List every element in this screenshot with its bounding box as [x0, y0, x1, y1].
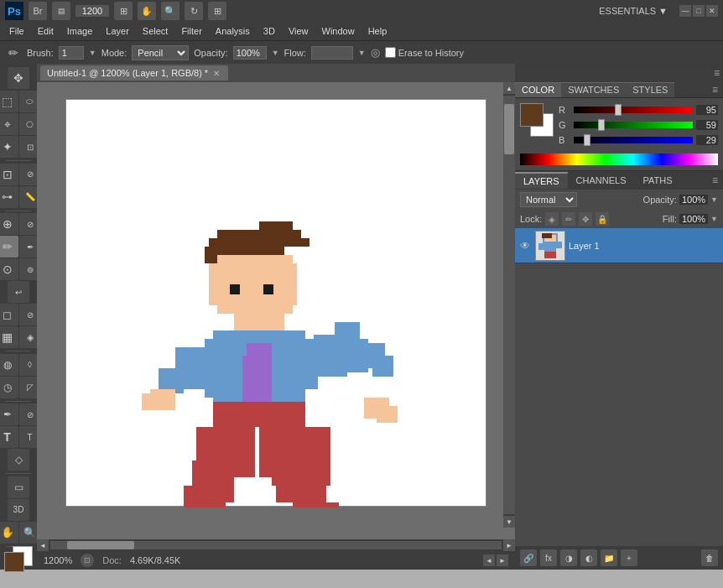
move-tool[interactable]: ✥ — [8, 67, 29, 89]
essentials-button[interactable]: ESSENTIALS ▼ — [592, 4, 674, 18]
menu-window[interactable]: Window — [316, 24, 361, 38]
minimize-button[interactable]: — — [679, 5, 691, 17]
menu-image[interactable]: Image — [61, 24, 99, 38]
grid-icon[interactable]: ⊞ — [208, 2, 226, 20]
opacity-input[interactable] — [233, 46, 267, 60]
arrange-icon[interactable]: ⊞ — [114, 2, 133, 20]
clone-stamp-tool[interactable]: ⊙ — [0, 258, 18, 280]
menu-3d[interactable]: 3D — [257, 24, 281, 38]
menu-help[interactable]: Help — [362, 24, 393, 38]
vertical-scrollbar[interactable]: ▲ ▼ — [503, 82, 515, 528]
tab-swatches[interactable]: SWATCHES — [561, 82, 626, 97]
canvas-scroll[interactable]: ▲ ▼ — [37, 82, 515, 539]
tab-channels[interactable]: CHANNELS — [568, 173, 635, 188]
tab-styles[interactable]: STYLES — [626, 82, 674, 97]
layer-row-1[interactable]: 👁 Layer 1 — [515, 228, 723, 263]
menu-filter[interactable]: Filter — [175, 24, 207, 38]
layers-panel-menu[interactable]: ≡ — [707, 173, 723, 188]
status-scroll-right[interactable]: ► — [497, 554, 508, 566]
tab-color[interactable]: COLOR — [515, 82, 561, 97]
mode-select[interactable]: Pencil Normal Dissolve — [132, 45, 189, 60]
lock-position-icon[interactable]: ✥ — [579, 212, 592, 226]
scroll-thumb-horizontal[interactable] — [67, 541, 134, 549]
new-layer-button[interactable]: + — [621, 549, 637, 566]
canvas-container[interactable] — [65, 99, 486, 507]
erase-history-checkbox[interactable] — [385, 47, 396, 58]
opacity-value[interactable]: 100% — [679, 195, 708, 205]
lock-image-icon[interactable]: ✏ — [562, 212, 575, 226]
opacity-arrow[interactable]: ▼ — [710, 195, 718, 204]
flow-arrow[interactable]: ▼ — [358, 49, 366, 57]
status-scroll-left[interactable]: ◄ — [483, 554, 495, 566]
flow-input[interactable] — [311, 46, 353, 60]
delete-layer-button[interactable]: 🗑 — [701, 549, 718, 566]
hand-tool[interactable]: ✋ — [0, 522, 18, 544]
marquee-tool[interactable]: ⬚ — [0, 91, 18, 112]
zoom-indicator[interactable]: ⊡ — [81, 554, 94, 567]
scroll-down-arrow[interactable]: ▼ — [503, 516, 515, 528]
foreground-color-swatch[interactable] — [520, 103, 544, 127]
scroll-track-vertical[interactable] — [503, 96, 515, 514]
color-panel-menu[interactable]: ≡ — [707, 82, 723, 97]
menu-layer[interactable]: Layer — [100, 24, 135, 38]
document-close-button[interactable]: ✕ — [213, 69, 220, 78]
menu-file[interactable]: File — [3, 24, 30, 38]
blend-mode-select[interactable]: Normal Dissolve Multiply Screen — [520, 192, 577, 207]
magic-wand-tool[interactable]: ✦ — [0, 136, 18, 158]
red-slider-thumb[interactable] — [615, 104, 622, 116]
brush-size-input[interactable] — [59, 46, 84, 60]
foreground-color[interactable] — [4, 552, 24, 572]
tab-layers[interactable]: LAYERS — [515, 172, 568, 189]
scroll-left-arrow[interactable]: ◄ — [37, 539, 49, 551]
scroll-up-arrow[interactable]: ▲ — [503, 82, 515, 94]
menu-view[interactable]: View — [283, 24, 315, 38]
color-spectrum-bar[interactable] — [520, 154, 718, 165]
green-slider-thumb[interactable] — [598, 119, 605, 131]
mini-bridge-icon[interactable]: ▤ — [52, 2, 70, 20]
tab-paths[interactable]: PATHS — [635, 173, 681, 188]
opacity-arrow[interactable]: ▼ — [272, 49, 279, 57]
green-slider-track[interactable] — [574, 122, 693, 128]
airbrush-icon[interactable]: ◎ — [371, 46, 380, 59]
crop-tool[interactable]: ⊡ — [0, 164, 18, 185]
scroll-thumb-vertical[interactable] — [504, 104, 514, 154]
link-layers-button[interactable]: 🔗 — [520, 549, 537, 566]
color-boxes[interactable] — [4, 552, 33, 566]
add-mask-button[interactable]: ◑ — [560, 549, 577, 566]
shape-tool[interactable]: ▭ — [8, 476, 29, 498]
menu-select[interactable]: Select — [137, 24, 174, 38]
type-tool[interactable]: T — [0, 426, 18, 448]
healing-tool[interactable]: ⊕ — [0, 213, 18, 235]
eyedropper-tool[interactable]: ⊶ — [0, 186, 18, 208]
rotate-icon[interactable]: ↻ — [185, 2, 203, 20]
3d-tool[interactable]: 3D — [8, 499, 29, 521]
new-group-button[interactable]: 📁 — [601, 549, 617, 566]
eraser-tool[interactable]: ◻ — [0, 304, 18, 325]
adjustment-layer-button[interactable]: ◐ — [580, 549, 597, 566]
blue-slider-thumb[interactable] — [584, 134, 590, 146]
zoom-display[interactable]: 1200 — [75, 5, 109, 17]
scroll-track-horizontal[interactable] — [50, 541, 502, 549]
history-brush-tool[interactable]: ↩ — [8, 281, 29, 303]
fill-value[interactable]: 100% — [679, 214, 708, 224]
maximize-button[interactable]: □ — [693, 5, 705, 17]
red-slider-track[interactable] — [574, 107, 693, 113]
layer-fx-button[interactable]: fx — [540, 549, 557, 566]
brush-tool[interactable]: ✏ — [0, 236, 18, 258]
lock-transparent-icon[interactable]: ◈ — [545, 212, 559, 226]
blue-slider-track[interactable] — [574, 137, 693, 143]
layer-visibility-icon[interactable]: 👁 — [518, 239, 532, 252]
gradient-tool[interactable]: ▦ — [0, 326, 18, 348]
panel-collapse-icon[interactable]: ≡ — [714, 67, 720, 79]
menu-edit[interactable]: Edit — [32, 24, 60, 38]
bridge-icon[interactable]: Br — [29, 2, 47, 20]
menu-analysis[interactable]: Analysis — [210, 24, 256, 38]
brush-size-arrow[interactable]: ▼ — [89, 49, 96, 57]
fill-arrow[interactable]: ▼ — [710, 215, 718, 223]
scroll-right-arrow[interactable]: ► — [503, 539, 515, 551]
pen-tool[interactable]: ✒ — [0, 403, 18, 425]
lasso-tool[interactable]: ⌖ — [0, 113, 18, 135]
close-button[interactable]: ✕ — [706, 5, 718, 17]
dodge-tool[interactable]: ◷ — [0, 377, 18, 398]
hand-top-icon[interactable]: ✋ — [138, 2, 156, 20]
